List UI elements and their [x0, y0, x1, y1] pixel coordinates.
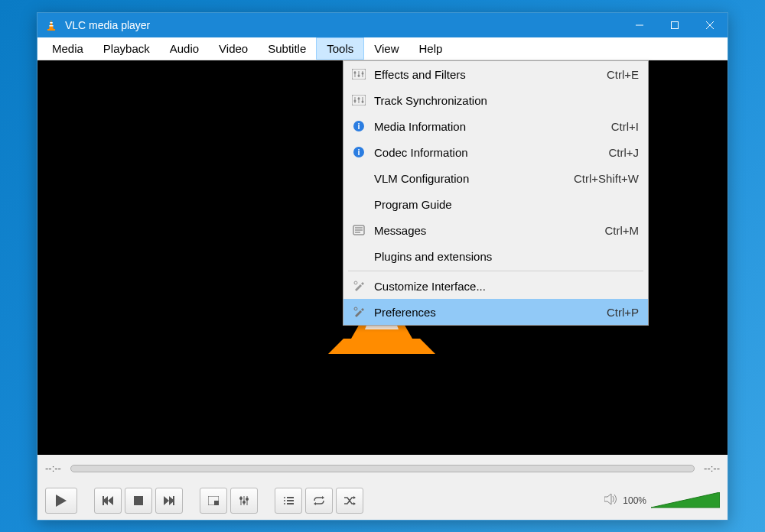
messages-icon: [348, 222, 369, 238]
svg-point-52: [284, 497, 285, 498]
previous-button[interactable]: [94, 488, 122, 514]
dd-media-info[interactable]: i Media Information Ctrl+I: [343, 113, 648, 139]
dd-separator: [348, 271, 643, 271]
dd-label: Effects and Filters: [374, 68, 607, 81]
dd-messages[interactable]: Messages Ctrl+M: [343, 217, 648, 243]
dd-shortcut: Ctrl+Shift+W: [574, 172, 639, 185]
menubar: Media Playback Audio Video Subtitle Tool…: [37, 37, 728, 60]
svg-marker-61: [353, 502, 356, 505]
dd-label: VLM Configuration: [374, 172, 574, 185]
svg-marker-60: [353, 496, 356, 499]
svg-rect-45: [214, 501, 219, 505]
maximize-button[interactable]: [657, 13, 692, 37]
volume-percent: 100%: [623, 495, 646, 506]
svg-point-17: [358, 75, 360, 77]
menu-playback[interactable]: Playback: [93, 37, 160, 60]
svg-marker-59: [314, 502, 316, 505]
menu-subtitle[interactable]: Subtitle: [258, 37, 316, 60]
menu-tools[interactable]: Tools: [316, 37, 364, 60]
svg-point-23: [354, 100, 356, 102]
dd-label: Track Synchronization: [374, 94, 639, 107]
dd-shortcut: Ctrl+I: [611, 120, 639, 133]
svg-point-51: [246, 498, 249, 501]
svg-rect-5: [672, 22, 679, 29]
titlebar[interactable]: VLC media player: [37, 13, 728, 37]
speaker-icon[interactable]: [604, 493, 618, 508]
dd-shortcut: Ctrl+J: [608, 146, 639, 159]
menu-view[interactable]: View: [364, 37, 409, 60]
dd-plugins[interactable]: Plugins and extensions: [343, 243, 648, 269]
playback-controls: 100%: [37, 482, 728, 520]
volume-slider[interactable]: [651, 492, 720, 509]
svg-marker-58: [322, 496, 324, 499]
svg-marker-0: [49, 20, 54, 29]
equalizer-icon: [348, 66, 369, 83]
info-icon: i: [348, 118, 369, 135]
extended-settings-button[interactable]: [230, 488, 258, 514]
vlc-window: VLC media player Media Playback Audio Vi…: [37, 12, 728, 521]
time-elapsed: --:--: [45, 462, 61, 474]
svg-rect-1: [50, 22, 53, 24]
svg-point-54: [284, 503, 285, 504]
play-button[interactable]: [45, 488, 77, 514]
tools-icon: [348, 303, 369, 320]
svg-marker-62: [604, 494, 611, 504]
window-controls: [622, 13, 728, 37]
svg-marker-36: [56, 495, 67, 507]
playlist-button[interactable]: [275, 488, 302, 514]
menu-help[interactable]: Help: [409, 37, 453, 60]
volume-area: 100%: [604, 492, 720, 509]
svg-point-35: [354, 307, 357, 310]
svg-text:i: i: [357, 148, 360, 157]
dd-label: Customize Interface...: [374, 280, 639, 293]
shuffle-button[interactable]: [336, 488, 363, 514]
svg-point-34: [354, 281, 357, 284]
svg-point-49: [239, 497, 243, 500]
menu-video[interactable]: Video: [209, 37, 258, 60]
svg-rect-2: [49, 25, 53, 27]
menu-audio[interactable]: Audio: [160, 37, 209, 60]
svg-point-50: [243, 501, 246, 504]
dd-label: Preferences: [374, 306, 607, 319]
seekbar[interactable]: [70, 465, 695, 472]
seekbar-area: --:-- --:--: [37, 455, 728, 482]
svg-point-18: [362, 73, 364, 75]
dd-customize-interface[interactable]: Customize Interface...: [343, 273, 648, 299]
time-total: --:--: [704, 462, 720, 474]
tools-icon: [348, 277, 369, 294]
dd-preferences[interactable]: Preferences Ctrl+P: [343, 299, 648, 325]
tools-dropdown: Effects and Filters Ctrl+E Track Synchro…: [343, 60, 649, 326]
dd-label: Codec Information: [374, 146, 608, 159]
dd-label: Media Information: [374, 120, 611, 133]
svg-point-16: [354, 72, 356, 74]
stop-button[interactable]: [125, 488, 152, 514]
loop-button[interactable]: [305, 488, 333, 514]
svg-marker-11: [328, 339, 435, 354]
dd-effects-filters[interactable]: Effects and Filters Ctrl+E: [343, 61, 648, 87]
dd-shortcut: Ctrl+P: [607, 306, 639, 319]
menu-media[interactable]: Media: [42, 37, 93, 60]
dd-codec-info[interactable]: i Codec Information Ctrl+J: [343, 139, 648, 165]
info-icon: i: [348, 144, 369, 161]
dd-program-guide[interactable]: Program Guide: [343, 191, 648, 217]
svg-point-53: [284, 500, 285, 501]
vlc-cone-icon: [44, 18, 59, 33]
next-button[interactable]: [155, 488, 183, 514]
minimize-button[interactable]: [622, 13, 657, 37]
dd-vlm-config[interactable]: VLM Configuration Ctrl+Shift+W: [343, 165, 648, 191]
window-title: VLC media player: [65, 19, 622, 31]
desktop: VLC media player Media Playback Audio Vi…: [0, 0, 765, 532]
svg-rect-43: [173, 496, 174, 505]
close-button[interactable]: [692, 13, 728, 37]
svg-marker-41: [164, 496, 169, 505]
svg-point-25: [362, 101, 364, 103]
svg-rect-3: [47, 29, 55, 31]
dd-shortcut: Ctrl+E: [607, 68, 639, 81]
dd-shortcut: Ctrl+M: [604, 224, 639, 237]
dd-track-sync[interactable]: Track Synchronization: [343, 87, 648, 113]
fullscreen-button[interactable]: [200, 488, 227, 514]
svg-marker-63: [651, 492, 720, 508]
svg-rect-38: [103, 496, 104, 505]
dd-label: Program Guide: [374, 198, 639, 211]
svg-rect-40: [134, 496, 143, 505]
